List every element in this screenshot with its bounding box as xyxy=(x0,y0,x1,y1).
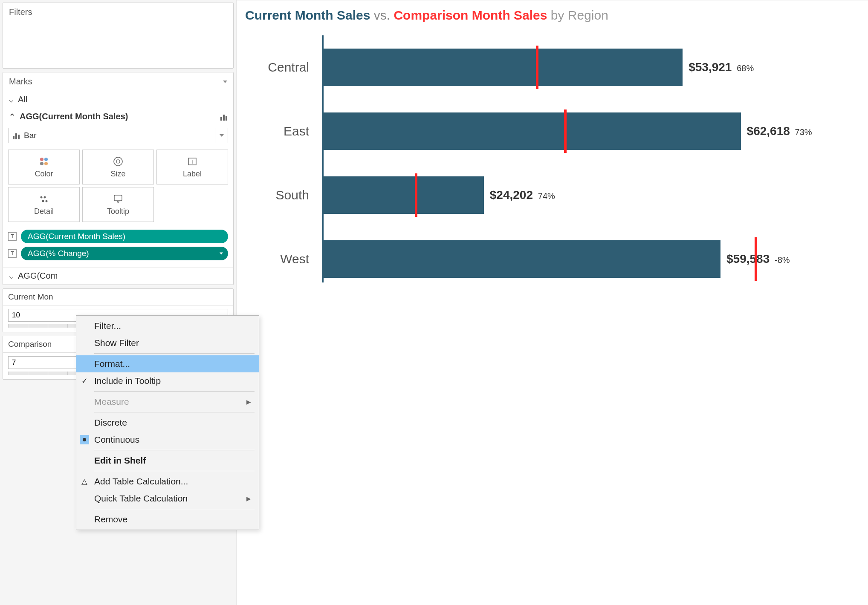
text-icon[interactable]: T xyxy=(8,232,17,241)
pill-row-0: T AGG(Current Month Sales) xyxy=(8,228,228,245)
bar[interactable]: $59,583 -8% xyxy=(322,240,720,278)
menu-separator xyxy=(94,509,255,509)
marks-title-label: Marks xyxy=(9,77,32,86)
menu-edit-shelf[interactable]: Edit in Shelf xyxy=(76,452,259,469)
svg-rect-12 xyxy=(114,195,122,201)
bar[interactable]: $24,202 74% xyxy=(322,176,484,214)
detail-button[interactable]: Detail xyxy=(8,187,80,222)
mark-buttons: Color Size T Label Detail Tooltip xyxy=(3,146,233,225)
size-button[interactable]: Size xyxy=(82,150,154,184)
dropdown-button[interactable] xyxy=(215,128,228,143)
svg-point-10 xyxy=(42,200,44,202)
menu-add-table-calc[interactable]: △ Add Table Calculation... xyxy=(76,473,259,490)
menu-show-filter[interactable]: Show Filter xyxy=(76,334,259,351)
filters-shelf[interactable]: Filters xyxy=(3,3,234,69)
comparison-tick[interactable] xyxy=(755,237,757,281)
menu-include-tooltip-label: Include in Tooltip xyxy=(94,376,161,386)
bar-value-label: $62,618 73% xyxy=(747,124,812,138)
row-label: South xyxy=(245,188,318,202)
chart-row: Central$53,921 68% xyxy=(322,35,859,99)
chart-row: South$24,202 74% xyxy=(322,163,859,227)
menu-discrete[interactable]: Discrete xyxy=(76,414,259,431)
svg-point-8 xyxy=(40,196,42,198)
marks-all-label: All xyxy=(18,95,27,104)
bullet-icon xyxy=(80,435,89,444)
title-part-1: Current Month Sales xyxy=(245,8,370,22)
tooltip-button[interactable]: Tooltip xyxy=(82,187,154,222)
menu-separator xyxy=(94,391,255,392)
menu-quick-table-calc[interactable]: Quick Table Calculation ▸ xyxy=(76,490,259,507)
delta-icon: △ xyxy=(81,477,87,486)
comparison-tick[interactable] xyxy=(536,46,538,89)
label-label: Label xyxy=(183,170,202,179)
row-label: East xyxy=(245,124,318,138)
color-button[interactable]: Color xyxy=(8,150,80,184)
bar[interactable]: $62,618 73% xyxy=(322,112,741,150)
marks-title[interactable]: Marks xyxy=(3,72,233,91)
menu-add-table-calc-label: Add Table Calculation... xyxy=(94,476,188,487)
tooltip-label: Tooltip xyxy=(107,207,129,216)
svg-point-2 xyxy=(40,162,43,165)
chart-row: West$59,583 -8% xyxy=(322,227,859,291)
caret-down-icon xyxy=(220,253,223,255)
menu-include-tooltip[interactable]: ✓ Include in Tooltip xyxy=(76,372,259,389)
pills-area: T AGG(Current Month Sales) T AGG(% Chang… xyxy=(3,225,233,267)
title-part-2: vs. xyxy=(374,8,390,22)
pill-agg-change[interactable]: AGG(% Change) xyxy=(21,247,228,260)
tooltip-icon xyxy=(113,193,124,205)
size-label: Size xyxy=(110,170,125,179)
check-icon: ✓ xyxy=(81,376,88,386)
bar-value-label: $53,921 68% xyxy=(689,60,754,74)
caret-down-icon xyxy=(220,134,224,137)
label-icon: T xyxy=(187,156,198,167)
chart-row: East$62,618 73% xyxy=(322,99,859,163)
pill-agg-change-label: AGG(% Change) xyxy=(28,249,89,258)
bar[interactable]: $53,921 68% xyxy=(322,49,683,86)
filters-title: Filters xyxy=(3,3,233,21)
menu-measure: Measure ▸ xyxy=(76,393,259,410)
svg-point-11 xyxy=(45,200,47,202)
menu-remove[interactable]: Remove xyxy=(76,511,259,528)
chevron-down-icon: ⌵ xyxy=(9,271,14,281)
menu-continuous[interactable]: Continuous xyxy=(76,431,259,448)
menu-format[interactable]: Format... xyxy=(76,355,259,372)
menu-separator xyxy=(94,471,255,471)
title-part-3: Comparison Month Sales xyxy=(393,8,547,22)
menu-quick-table-calc-label: Quick Table Calculation xyxy=(94,493,188,504)
comparison-tick[interactable] xyxy=(564,109,567,153)
menu-separator xyxy=(94,353,255,354)
svg-text:T: T xyxy=(191,159,194,165)
marks-agg-comparison-label: AGG(Com xyxy=(18,271,58,281)
submenu-arrow-icon: ▸ xyxy=(246,493,251,504)
svg-point-3 xyxy=(44,162,48,165)
menu-filter[interactable]: Filter... xyxy=(76,317,259,334)
label-button[interactable]: T Label xyxy=(156,150,228,184)
row-label: Central xyxy=(245,60,318,75)
marks-agg-current-label: AGG(Current Month Sales) xyxy=(20,112,128,121)
title-part-4: by Region xyxy=(551,8,608,22)
caret-down-icon xyxy=(223,81,227,83)
comparison-tick[interactable] xyxy=(415,173,417,217)
submenu-arrow-icon: ▸ xyxy=(246,397,251,407)
svg-point-5 xyxy=(116,160,120,163)
chevron-down-icon: ⌵ xyxy=(9,95,14,104)
chart-title: Current Month Sales vs. Comparison Month… xyxy=(245,8,859,23)
marks-agg-current-row[interactable]: ⌃ AGG(Current Month Sales) xyxy=(3,108,233,125)
chart-rows: Central$53,921 68%East$62,618 73%South$2… xyxy=(245,35,859,291)
detail-icon xyxy=(38,193,49,205)
filters-body[interactable] xyxy=(3,21,233,68)
menu-continuous-label: Continuous xyxy=(94,435,139,445)
marks-all-row[interactable]: ⌵ All xyxy=(3,91,233,108)
menu-separator xyxy=(94,450,255,450)
svg-point-4 xyxy=(114,157,122,166)
marks-agg-comparison-row[interactable]: ⌵ AGG(Com xyxy=(3,267,233,285)
mark-type-dropdown-row: Bar xyxy=(3,125,233,146)
chart-area: Current Month Sales vs. Comparison Month… xyxy=(236,0,868,605)
text-icon[interactable]: T xyxy=(8,249,17,258)
mark-type-dropdown[interactable]: Bar xyxy=(8,128,228,143)
menu-measure-label: Measure xyxy=(94,397,129,407)
svg-point-9 xyxy=(43,196,46,198)
marks-shelf: Marks ⌵ All ⌃ AGG(Current Month Sales) B… xyxy=(3,72,234,285)
svg-point-0 xyxy=(40,158,43,161)
pill-agg-current[interactable]: AGG(Current Month Sales) xyxy=(21,230,228,243)
